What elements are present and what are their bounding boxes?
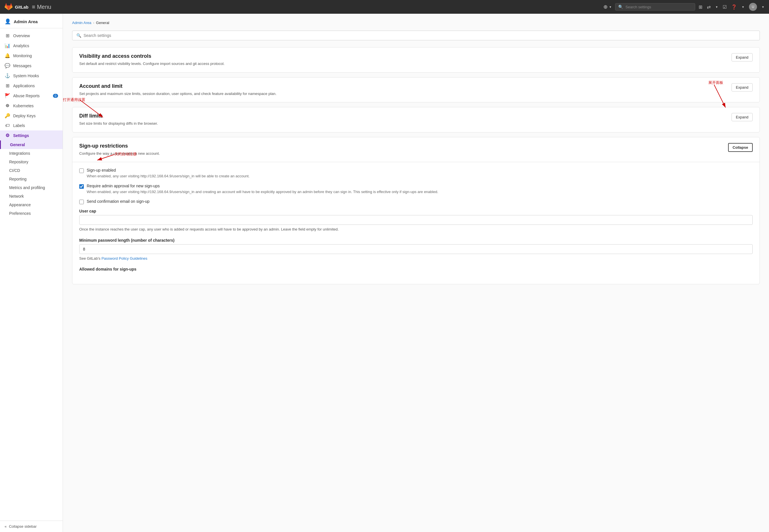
- search-icon: 🔍: [618, 5, 623, 9]
- sidebar: 👤 Admin Area ⊞ Overview 📊 Analytics 🔔 Mo…: [0, 14, 63, 532]
- sidebar-item-monitoring[interactable]: 🔔 Monitoring: [0, 51, 63, 61]
- admin-approval-checkbox[interactable]: [79, 184, 84, 189]
- sidebar-sub-item-network[interactable]: Network: [0, 192, 63, 201]
- collapse-sidebar-icon: «: [5, 524, 7, 529]
- signup-collapse-button[interactable]: Collapse: [728, 143, 753, 152]
- plus-icon: ⊕: [603, 4, 608, 10]
- diff-section-desc: Set size limits for displaying diffs in …: [79, 121, 158, 126]
- monitoring-icon: 🔔: [5, 53, 10, 58]
- admin-approval-row: Require admin approval for new sign-ups …: [79, 184, 753, 195]
- account-section: Account and limit Set projects and maxim…: [72, 77, 760, 103]
- signup-enabled-desc: When enabled, any user visiting http://1…: [87, 173, 249, 179]
- signup-section: Sign-up restrictions Configure the way a…: [72, 137, 760, 285]
- sidebar-item-abuse-reports[interactable]: 🚩 Abuse Reports 0: [0, 91, 63, 101]
- sidebar-item-applications[interactable]: ⊞ Applications: [0, 81, 63, 91]
- breadcrumb-current: General: [96, 21, 109, 25]
- account-expand-button[interactable]: Expand: [732, 83, 753, 92]
- sidebar-item-analytics[interactable]: 📊 Analytics: [0, 41, 63, 51]
- diff-section-header: Diff limits Set size limits for displayi…: [72, 107, 760, 132]
- sidebar-item-deploy-keys[interactable]: 🔑 Deploy Keys: [0, 111, 63, 121]
- sidebar-sub-item-appearance[interactable]: Appearance: [0, 201, 63, 209]
- abuse-reports-badge: 0: [53, 94, 58, 98]
- content-area: Admin Area › General 🔍 Visibility and ac…: [72, 21, 760, 284]
- allowed-domains-row: Allowed domains for sign-ups: [79, 267, 753, 271]
- sidebar-sub-item-general[interactable]: General: [0, 140, 63, 149]
- signup-section-title: Sign-up restrictions: [79, 143, 160, 149]
- min-password-hint: See GitLab's Password Policy Guidelines: [79, 256, 753, 261]
- sidebar-sub-item-integrations[interactable]: Integrations: [0, 149, 63, 158]
- password-policy-link[interactable]: Password Policy Guidelines: [102, 256, 147, 261]
- signup-section-desc: Configure the way a user creates a new a…: [79, 151, 160, 156]
- main-layout: 👤 Admin Area ⊞ Overview 📊 Analytics 🔔 Mo…: [0, 14, 769, 532]
- sidebar-item-kubernetes[interactable]: ☸ Kubernetes: [0, 101, 63, 111]
- panels-icon[interactable]: ⊞: [699, 4, 702, 10]
- collapse-sidebar-button[interactable]: « Collapse sidebar: [0, 521, 63, 532]
- help-icon[interactable]: ❓: [731, 4, 737, 10]
- visibility-expand-button[interactable]: Expand: [732, 53, 753, 61]
- breadcrumb: Admin Area › General: [72, 21, 760, 25]
- breadcrumb-separator: ›: [93, 21, 94, 25]
- user-cap-hint: Once the instance reaches the user cap, …: [79, 227, 753, 232]
- confirmation-email-checkbox[interactable]: [79, 200, 84, 204]
- visibility-section-header: Visibility and access controls Set defau…: [72, 47, 760, 72]
- visibility-section: Visibility and access controls Set defau…: [72, 47, 760, 73]
- deploy-keys-icon: 🔑: [5, 113, 10, 118]
- user-cap-label: User cap: [79, 209, 753, 213]
- menu-button[interactable]: ≡ Menu: [32, 4, 51, 10]
- analytics-icon: 📊: [5, 43, 10, 48]
- help-dropdown-icon[interactable]: ▼: [742, 5, 744, 9]
- settings-search-box[interactable]: 🔍: [72, 31, 760, 40]
- allowed-domains-label: Allowed domains for sign-ups: [79, 267, 753, 271]
- sidebar-item-messages[interactable]: 💬 Messages: [0, 61, 63, 71]
- min-password-input[interactable]: [79, 244, 753, 254]
- sidebar-sub-item-preferences[interactable]: Preferences: [0, 209, 63, 218]
- search-bar[interactable]: 🔍: [615, 3, 695, 11]
- breadcrumb-parent-link[interactable]: Admin Area: [72, 21, 91, 25]
- abuse-reports-icon: 🚩: [5, 93, 10, 98]
- signup-enabled-label[interactable]: Sign-up enabled: [87, 168, 116, 172]
- confirmation-email-row: Send confirmation email on sign-up: [79, 199, 753, 204]
- visibility-section-title: Visibility and access controls: [79, 53, 225, 59]
- todo-icon[interactable]: ☑: [723, 4, 727, 10]
- new-item-button[interactable]: ⊕ ▼: [603, 4, 612, 10]
- merge-request-icon[interactable]: ⇄: [707, 4, 711, 10]
- diff-expand-button[interactable]: Expand: [732, 113, 753, 121]
- visibility-section-desc: Set default and restrict visibility leve…: [79, 61, 225, 67]
- sidebar-sub-item-metrics[interactable]: Metrics and profiling: [0, 183, 63, 192]
- sidebar-item-overview[interactable]: ⊞ Overview: [0, 31, 63, 41]
- overview-icon: ⊞: [5, 33, 10, 38]
- gitlab-wordmark: GitLab: [15, 5, 29, 9]
- settings-icon: ⚙: [5, 133, 10, 138]
- sidebar-item-labels[interactable]: 🏷 Labels: [0, 121, 63, 130]
- sidebar-item-system-hooks[interactable]: ⚓ System Hooks: [0, 71, 63, 81]
- settings-search-icon: 🔍: [76, 33, 81, 38]
- user-avatar[interactable]: U: [749, 3, 757, 11]
- gitlab-logo[interactable]: GitLab: [5, 3, 29, 11]
- signup-enabled-row: Sign-up enabled When enabled, any user v…: [79, 168, 753, 179]
- user-cap-row: User cap Once the instance reaches the u…: [79, 209, 753, 232]
- user-cap-input[interactable]: [79, 215, 753, 225]
- account-section-header: Account and limit Set projects and maxim…: [72, 78, 760, 102]
- confirmation-email-label[interactable]: Send confirmation email on sign-up: [87, 199, 149, 204]
- mr-dropdown-icon[interactable]: ▼: [715, 5, 718, 9]
- signup-section-header: Sign-up restrictions Configure the way a…: [72, 137, 760, 162]
- admin-approval-label[interactable]: Require admin approval for new sign-ups: [87, 184, 160, 188]
- sidebar-sub-item-cicd[interactable]: CI/CD: [0, 166, 63, 175]
- search-input[interactable]: [625, 5, 692, 9]
- settings-search-input[interactable]: [84, 33, 756, 38]
- dropdown-chevron-icon: ▼: [609, 5, 612, 9]
- sidebar-sub-item-repository[interactable]: Repository: [0, 158, 63, 166]
- labels-icon: 🏷: [5, 123, 10, 128]
- signup-enabled-checkbox[interactable]: [79, 168, 84, 173]
- kubernetes-icon: ☸: [5, 103, 10, 108]
- signup-section-content: Sign-up enabled When enabled, any user v…: [72, 162, 760, 284]
- messages-icon: 💬: [5, 63, 10, 68]
- avatar-dropdown-icon[interactable]: ▼: [762, 5, 764, 9]
- applications-icon: ⊞: [5, 83, 10, 88]
- nav-icons: ⊞ ⇄ ▼ ☑ ❓ ▼ U ▼: [699, 3, 764, 11]
- top-navigation: GitLab ≡ Menu ⊕ ▼ 🔍 ⊞ ⇄ ▼ ☑ ❓ ▼ U ▼: [0, 0, 769, 14]
- sidebar-nav: ⊞ Overview 📊 Analytics 🔔 Monitoring 💬 Me…: [0, 28, 63, 521]
- system-hooks-icon: ⚓: [5, 73, 10, 78]
- sidebar-item-settings[interactable]: ⚙ Settings: [0, 130, 63, 140]
- sidebar-sub-item-reporting[interactable]: Reporting: [0, 175, 63, 183]
